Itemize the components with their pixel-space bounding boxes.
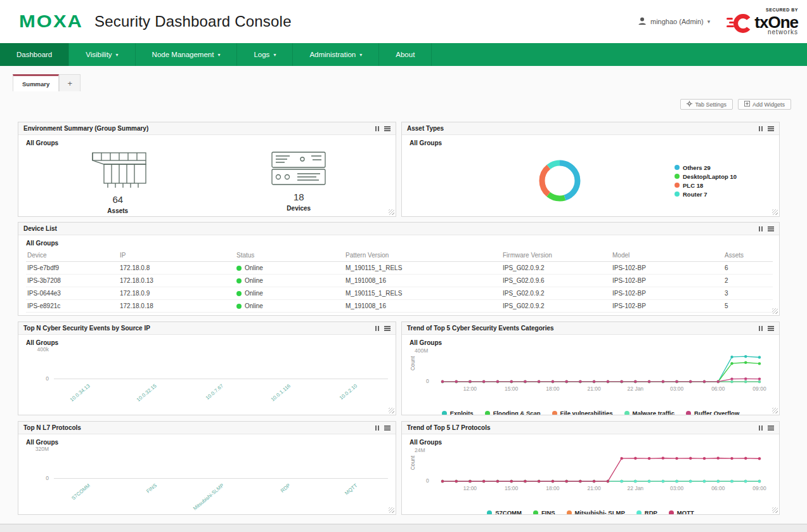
tab-summary[interactable]: Summary [13, 74, 59, 91]
resize-handle[interactable] [772, 209, 778, 215]
user-menu[interactable]: minghao (Admin) ▾ [638, 16, 710, 27]
top-events-bar-chart: 400k010.0.34.1310.0.32.1510.0.7.6710.0.1… [26, 349, 388, 405]
legend-item[interactable]: S7COMM [487, 509, 522, 514]
widget-trend-events: Trend of Top 5 Cyber Security Events Cat… [401, 321, 780, 415]
legend-item[interactable]: Flooding & Scan [485, 410, 541, 415]
table-row[interactable]: IPS-3fb454172.18.0.15OnlineM_191008_16IP… [26, 313, 773, 316]
nav-item-dashboard[interactable]: Dashboard [0, 43, 69, 66]
widget-title: Top N Cyber Security Events by Source IP [23, 325, 150, 332]
legend-item[interactable]: Malware traffic [624, 410, 675, 415]
table-row[interactable]: IPS-0644e3172.18.0.9OnlineM_190115_1_REL… [26, 287, 773, 300]
tab-strip: Summary + [13, 74, 81, 91]
column-header-assets[interactable]: Assets [723, 249, 773, 262]
chevron-down-icon: ▾ [707, 18, 711, 25]
table-row[interactable]: IPS-e8921c172.18.0.18OnlineM_191008_16IP… [26, 300, 773, 313]
legend-item[interactable]: Mitsubishi- SLMP [567, 509, 625, 514]
chart-legend: ExploitsFlooding & ScanFile vulnerabilit… [410, 410, 771, 415]
legend-dot [533, 510, 538, 515]
legend-dot [442, 411, 447, 415]
legend-item[interactable]: Exploits [442, 410, 474, 415]
widget-menu-icon[interactable] [768, 126, 774, 131]
txone-logo: SECURED BY txOne [726, 8, 798, 36]
widget-device-list: Device List All Groups DeviceIPStatusPat… [18, 222, 780, 316]
legend-item[interactable]: Buffer Overflow [686, 410, 739, 415]
x-axis-tick: 22 Jan [628, 485, 644, 491]
pause-widget-icon[interactable] [759, 226, 763, 231]
chevron-down-icon: ▾ [359, 52, 362, 58]
legend-item[interactable]: RDP [636, 509, 657, 514]
resize-handle[interactable] [772, 408, 778, 413]
column-header-firmware-version[interactable]: Firmware Version [501, 249, 611, 262]
resize-handle[interactable] [772, 507, 778, 513]
nav-item-administration[interactable]: Administration▾ [293, 43, 379, 66]
x-axis-tick: 22 Jan [628, 386, 644, 392]
devices-label: Devices [287, 205, 311, 212]
widget-title: Trend of Top 5 L7 Protocols [407, 424, 491, 431]
x-axis-label: MQTT [344, 483, 358, 496]
legend-item[interactable]: PLC 18 [675, 182, 737, 189]
nav-item-about[interactable]: About [379, 43, 432, 66]
pause-widget-icon[interactable] [759, 126, 763, 131]
legend-item[interactable]: FINS [533, 509, 555, 514]
pause-widget-icon[interactable] [759, 425, 763, 431]
status-online-dot [236, 266, 242, 271]
asset-types-donut-chart: Others 29Desktop/Laptop 10PLC 18Router 7 [410, 149, 771, 212]
x-axis-tick: 03:00 [670, 485, 683, 491]
nav-item-logs[interactable]: Logs▾ [237, 43, 293, 66]
legend-item[interactable]: MQTT [669, 509, 694, 514]
widget-menu-icon[interactable] [384, 425, 391, 431]
table-row[interactable]: IPS-3b7208172.18.0.13OnlineM_191008_16IP… [26, 275, 773, 287]
x-axis-tick: 18:00 [546, 386, 559, 392]
resize-handle[interactable] [389, 507, 394, 513]
assets-label: Assets [107, 207, 128, 214]
status-online-dot [236, 291, 242, 296]
pause-widget-icon[interactable] [375, 425, 379, 431]
top-header: MOXA Security Dashboard Console minghao … [0, 0, 807, 43]
tab-settings-button[interactable]: Tab Settings [680, 99, 733, 110]
y-axis-max-label: 320M [36, 446, 49, 452]
x-axis-label: 10.0.2.10 [339, 383, 358, 401]
widget-menu-icon[interactable] [768, 226, 774, 231]
legend-item[interactable]: Desktop/Laptop 10 [675, 173, 737, 180]
legend-dot [669, 510, 674, 515]
add-widgets-button[interactable]: Add Widgets [738, 99, 791, 110]
server-icon [271, 150, 326, 190]
resize-handle[interactable] [389, 408, 394, 413]
user-name: minghao (Admin) [650, 18, 704, 25]
column-header-pattern-version[interactable]: Pattern Version [344, 249, 501, 262]
legend-item[interactable]: Others 29 [675, 164, 737, 171]
widget-menu-icon[interactable] [768, 425, 774, 431]
pause-widget-icon[interactable] [759, 326, 763, 331]
nav-item-node-management[interactable]: Node Management▾ [136, 43, 238, 66]
widget-menu-icon[interactable] [384, 126, 391, 131]
bottom-strip [0, 524, 807, 532]
widget-menu-icon[interactable] [768, 326, 774, 331]
column-header-model[interactable]: Model [611, 249, 723, 262]
group-filter-label: All Groups [26, 139, 388, 146]
group-filter-label: All Groups [410, 139, 771, 146]
devices-stat: 18 Devices [271, 150, 326, 212]
widget-title: Environment Summary (Group Summary) [23, 125, 148, 132]
dashboard-toolbar: Tab Settings Add Widgets [680, 99, 791, 110]
column-header-status[interactable]: Status [235, 249, 344, 262]
line-plot [435, 448, 765, 484]
resize-handle[interactable] [772, 308, 778, 314]
x-axis-label: 10.0.1.116 [269, 383, 291, 403]
x-axis-tick: 15:00 [505, 386, 518, 392]
column-header-ip[interactable]: IP [119, 249, 235, 262]
add-tab-button[interactable]: + [59, 74, 81, 91]
pause-widget-icon[interactable] [375, 326, 379, 331]
pause-widget-icon[interactable] [375, 126, 379, 131]
nav-item-visibility[interactable]: Visibility▾ [69, 43, 135, 66]
y-axis-max-label: 400M [415, 347, 428, 354]
widget-menu-icon[interactable] [384, 326, 391, 331]
x-axis-tick: 21:00 [587, 386, 600, 392]
column-header-device[interactable]: Device [26, 249, 119, 262]
x-axis-tick: 03:00 [670, 386, 683, 392]
table-row[interactable]: IPS-e7bdf9172.18.0.8OnlineM_190115_1_REL… [26, 262, 773, 275]
resize-handle[interactable] [389, 209, 394, 215]
legend-item[interactable]: Router 7 [675, 191, 737, 198]
top-l7-bar-chart: 320M0S7COMMFINSMitsubishi-SLMPRDPMQTT [26, 448, 388, 504]
legend-item[interactable]: File vulnerabilities [552, 410, 613, 415]
tab-settings-label: Tab Settings [695, 101, 726, 108]
